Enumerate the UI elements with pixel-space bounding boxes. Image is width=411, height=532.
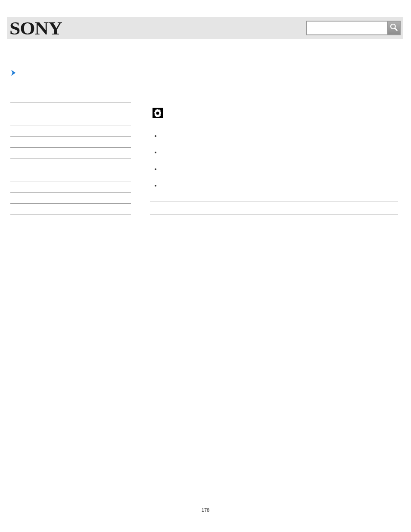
sidebar-item-7[interactable]: [10, 181, 131, 193]
divider: [150, 202, 398, 202]
svg-line-1: [395, 28, 397, 31]
sidebar-item-4[interactable]: [10, 148, 131, 159]
page-number: 178: [0, 507, 411, 513]
list-item: [161, 128, 398, 144]
sidebar: [10, 103, 131, 215]
divider: [150, 214, 398, 215]
search-group: [306, 21, 401, 35]
header-bar: SONY: [7, 17, 403, 39]
sidebar-item-2[interactable]: [10, 125, 131, 137]
note-list: [161, 128, 398, 194]
sidebar-item-9[interactable]: [10, 204, 131, 215]
sidebar-item-5[interactable]: [10, 159, 131, 170]
sidebar-item-8[interactable]: [10, 193, 131, 204]
intro-line-1: [150, 108, 398, 118]
brand-logo: SONY: [9, 18, 62, 39]
svg-marker-2: [11, 70, 16, 76]
gear-icon: [153, 108, 163, 118]
sidebar-item-6[interactable]: [10, 170, 131, 181]
list-item: [161, 177, 398, 193]
search-icon: [389, 23, 398, 33]
back-to-top-link[interactable]: [150, 206, 398, 214]
sidebar-item-0[interactable]: [10, 103, 131, 114]
search-input[interactable]: [306, 21, 388, 35]
svg-point-4: [156, 112, 159, 115]
main-content: [150, 100, 398, 219]
breadcrumb: [10, 69, 20, 77]
list-item: [161, 161, 398, 177]
search-button[interactable]: [388, 21, 401, 35]
list-item: [161, 144, 398, 160]
sidebar-item-1[interactable]: [10, 114, 131, 125]
chevron-right-icon: [10, 69, 17, 77]
sidebar-item-3[interactable]: [10, 137, 131, 148]
